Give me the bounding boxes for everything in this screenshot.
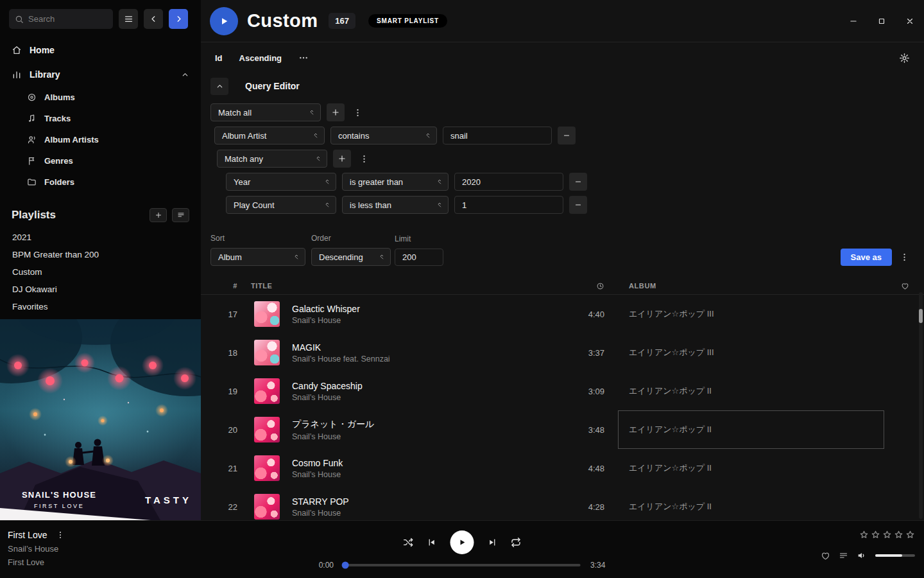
playlist-item[interactable]: Favorites	[0, 298, 201, 315]
add-playlist-button[interactable]	[150, 208, 167, 222]
add-group-rule-button[interactable]	[333, 150, 351, 168]
remove-rule-button[interactable]	[569, 173, 587, 191]
sidebar-item-home[interactable]: Home	[0, 38, 201, 62]
sidebar-item-folders[interactable]: Folders	[0, 171, 201, 193]
query-rule-row: Album Artist contains	[214, 127, 924, 144]
playlist-item[interactable]: 2021	[0, 229, 201, 246]
limit-input[interactable]	[395, 249, 443, 266]
menu-button[interactable]	[119, 9, 138, 29]
star-icon[interactable]	[905, 530, 915, 539]
star-icon[interactable]	[871, 530, 880, 539]
rule-menu-button[interactable]	[350, 103, 364, 121]
column-favorite[interactable]	[886, 282, 924, 290]
next-track-button[interactable]	[488, 538, 497, 547]
order-select[interactable]: Descending	[311, 248, 391, 266]
window-maximize-button[interactable]	[868, 7, 896, 35]
match-any-select[interactable]: Match any	[217, 150, 327, 168]
tracklist-scrollbar-thumb[interactable]	[919, 309, 923, 323]
rating-stars	[859, 530, 915, 539]
playlist-item[interactable]: Custom	[0, 263, 201, 281]
rule-value-input[interactable]	[454, 196, 563, 214]
rule-field-select[interactable]: Play Count	[226, 196, 336, 214]
track-row[interactable]: 20 プラネット・ガール Snail’s House 3:48 エイリアン☆ポッ…	[201, 410, 924, 449]
playlist-item[interactable]: DJ Okawari	[0, 281, 201, 298]
gear-icon	[899, 53, 910, 64]
dots-vertical-icon	[359, 154, 369, 164]
collapse-chevron-icon[interactable]	[181, 71, 189, 79]
rule-operator-select[interactable]: is less than	[342, 196, 449, 214]
match-all-value: Match all	[218, 108, 252, 118]
track-duration: 4:28	[556, 502, 607, 512]
play-playlist-button[interactable]	[210, 7, 238, 35]
nav-back-button[interactable]	[144, 9, 163, 29]
repeat-button[interactable]	[511, 537, 522, 548]
playlist-item[interactable]: BPM Greater than 200	[0, 246, 201, 263]
save-as-button[interactable]: Save as	[841, 249, 892, 266]
play-pause-button[interactable]	[450, 530, 474, 554]
rule-operator-select[interactable]: contains	[330, 127, 437, 144]
more-options-button[interactable]	[298, 53, 309, 63]
track-row[interactable]: 19 Candy Spaceship Snail’s House 3:09 エイ…	[201, 372, 924, 410]
sort-select[interactable]: Album	[210, 248, 305, 266]
search-box[interactable]	[9, 9, 113, 29]
column-album[interactable]: ALBUM	[629, 282, 886, 290]
sidebar-item-library[interactable]: Library	[0, 62, 201, 87]
volume-button[interactable]	[857, 550, 867, 561]
list-icon	[177, 211, 185, 219]
query-root-row: Match all	[210, 103, 924, 121]
star-icon[interactable]	[882, 530, 892, 539]
favorite-button[interactable]	[821, 551, 830, 561]
sidebar-item-genres[interactable]: Genres	[0, 150, 201, 171]
now-playing-menu-button[interactable]	[56, 530, 65, 539]
star-icon[interactable]	[894, 530, 903, 539]
match-all-select[interactable]: Match all	[210, 103, 321, 121]
rule-value-input[interactable]	[443, 127, 552, 144]
add-rule-button[interactable]	[327, 103, 345, 121]
playlist-list-button[interactable]	[172, 208, 189, 222]
track-album-focused[interactable]: エイリアン☆ポップ II	[618, 410, 884, 449]
sidebar-item-album-artists[interactable]: Album Artists	[0, 129, 201, 150]
flag-icon	[27, 156, 37, 166]
now-playing-artwork[interactable]: SNAIL'S HOUSE FIRST LOVE TASTY	[0, 319, 201, 520]
shuffle-button[interactable]	[403, 537, 414, 548]
settings-button[interactable]	[899, 53, 910, 64]
remove-rule-button[interactable]	[558, 127, 576, 144]
group-menu-button[interactable]	[357, 150, 371, 168]
save-menu-button[interactable]	[897, 248, 911, 266]
window-close-button[interactable]	[896, 7, 924, 35]
sidebar-item-albums[interactable]: Albums	[0, 87, 201, 108]
seek-slider[interactable]	[343, 564, 581, 566]
track-duration: 3:48	[556, 425, 607, 435]
player-right-controls	[821, 550, 915, 561]
volume-slider[interactable]	[875, 554, 915, 557]
rule-operator-select[interactable]: is greater than	[342, 173, 449, 191]
star-icon[interactable]	[859, 530, 869, 539]
rule-field-select[interactable]: Album Artist	[214, 127, 325, 144]
track-row[interactable]: 17 Galactic Whisper Snail’s House 4:40 エ…	[201, 295, 924, 333]
track-row[interactable]: 21 Cosmo Funk Snail’s House 4:48 エイリアン☆ポ…	[201, 449, 924, 487]
sort-field-button[interactable]: Id	[215, 53, 223, 63]
queue-button[interactable]	[839, 551, 848, 561]
rule-value-input[interactable]	[454, 173, 563, 191]
sort-value: Album	[218, 252, 242, 262]
plus-icon	[338, 154, 346, 163]
column-title[interactable]: TITLE	[242, 282, 556, 290]
track-row[interactable]: 18 MAGIK Snail’s House feat. Sennzai 3:3…	[201, 333, 924, 372]
nav-forward-button[interactable]	[169, 9, 188, 29]
column-duration[interactable]	[556, 282, 607, 290]
track-row[interactable]: 22 STARRY POP Snail’s House 4:28 エイリアン☆ポ…	[201, 487, 924, 520]
sort-group: Sort Album	[210, 234, 305, 266]
main-panel: Custom 167 SMART PLAYLIST Id Ascending Q…	[201, 0, 924, 520]
remove-rule-button[interactable]	[569, 196, 587, 214]
sort-direction-button[interactable]: Ascending	[239, 53, 282, 63]
rule-field-select[interactable]: Year	[226, 173, 336, 191]
search-input[interactable]	[28, 14, 107, 24]
repeat-icon	[511, 537, 522, 548]
tracklist-scrollbar-track[interactable]	[919, 292, 923, 519]
window-minimize-button[interactable]	[839, 7, 868, 35]
previous-track-button[interactable]	[427, 538, 437, 547]
sidebar-item-tracks[interactable]: Tracks	[0, 108, 201, 129]
seek-knob[interactable]	[342, 562, 349, 569]
column-index[interactable]: #	[201, 282, 242, 290]
query-editor-collapse-button[interactable]	[210, 78, 228, 95]
